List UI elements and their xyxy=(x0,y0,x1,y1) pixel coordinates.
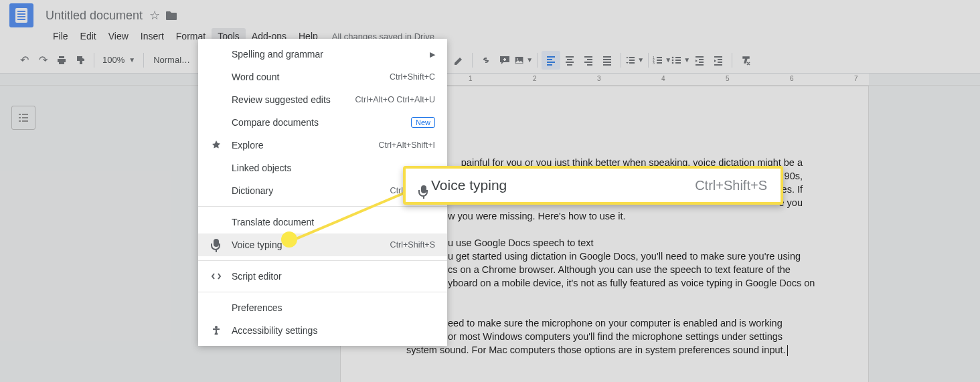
chevron-down-icon: ▼ xyxy=(526,56,533,64)
menu-accessibility-settings[interactable]: Accessibility settings xyxy=(198,319,447,342)
menu-separator xyxy=(198,292,447,292)
document-title[interactable]: Untitled document xyxy=(46,9,143,23)
text-cursor xyxy=(787,345,788,356)
align-left-button[interactable] xyxy=(542,51,560,70)
toolbar: ↶ ↷ 100% ▼ Normal… ▼ xyxy=(0,47,980,74)
menu-spelling-grammar[interactable]: Spelling and grammar ▶ xyxy=(198,43,447,66)
highlight-color-button[interactable] xyxy=(449,51,468,70)
menu-item-label: Compare documents xyxy=(232,117,402,128)
svg-point-7 xyxy=(672,59,674,61)
menu-item-label: Translate document xyxy=(232,217,435,227)
ruler-mark: 4 xyxy=(661,75,665,82)
menu-script-editor[interactable]: Script editor xyxy=(198,265,447,288)
script-editor-icon xyxy=(210,271,222,282)
ruler-mark: 7 xyxy=(854,75,858,82)
style-value: Normal… xyxy=(153,55,190,65)
callout-shortcut: Ctrl+Shift+S xyxy=(695,178,767,193)
menu-bar: File Edit View Insert Format Tools Add-o… xyxy=(0,25,980,47)
menu-item-label: Review suggested edits xyxy=(232,94,346,105)
bulleted-list-button[interactable]: ▼ xyxy=(671,51,690,70)
menu-edit[interactable]: Edit xyxy=(74,28,102,44)
add-comment-button[interactable] xyxy=(495,51,514,70)
star-icon[interactable]: ☆ xyxy=(149,8,160,23)
print-button[interactable] xyxy=(52,51,71,70)
menu-review-suggested-edits[interactable]: Review suggested edits Ctrl+Alt+O Ctrl+A… xyxy=(198,88,447,111)
title-bar: Untitled document ☆ xyxy=(0,0,980,25)
ruler-mark: 1 xyxy=(469,75,473,82)
chevron-right-icon: ▶ xyxy=(430,50,435,59)
svg-point-9 xyxy=(215,326,218,328)
increase-indent-button[interactable] xyxy=(709,51,728,70)
menu-preferences[interactable]: Preferences xyxy=(198,296,447,319)
clear-formatting-button[interactable] xyxy=(736,51,755,70)
toolbar-separator xyxy=(143,53,144,68)
menu-item-shortcut: Ctrl+Shift+S xyxy=(390,240,435,250)
ruler-mark: 5 xyxy=(726,75,730,82)
ruler-mark: 6 xyxy=(790,75,794,82)
microphone-icon xyxy=(210,239,222,251)
chevron-down-icon: ▼ xyxy=(683,56,690,64)
docs-logo-icon[interactable] xyxy=(9,3,33,27)
toolbar-separator xyxy=(621,53,621,68)
line-spacing-button[interactable]: ▼ xyxy=(625,51,644,70)
move-folder-icon[interactable] xyxy=(165,10,177,21)
new-badge: New xyxy=(411,117,435,128)
menu-item-label: Script editor xyxy=(232,271,435,282)
menu-item-label: Voice typing xyxy=(232,240,381,250)
chevron-down-icon: ▼ xyxy=(129,56,135,64)
align-right-button[interactable] xyxy=(579,51,598,70)
menu-item-label: Spelling and grammar xyxy=(232,49,420,60)
toolbar-separator xyxy=(472,53,473,68)
paint-format-button[interactable] xyxy=(71,51,90,70)
menu-translate-document[interactable]: Translate document xyxy=(198,211,447,233)
menu-separator xyxy=(198,260,447,261)
menu-item-label: Accessibility settings xyxy=(232,325,435,336)
menu-item-label: Dictionary xyxy=(232,185,381,196)
menu-explore[interactable]: Explore Ctrl+Alt+Shift+I xyxy=(198,134,447,157)
body-text: or most Windows computers you'll find th… xyxy=(448,331,783,342)
menu-item-shortcut: Ctrl+Alt+O Ctrl+Alt+U xyxy=(355,95,435,104)
menu-file[interactable]: File xyxy=(47,28,74,44)
body-text: eed to make sure the microphone on your … xyxy=(448,318,783,328)
menu-item-shortcut: Ctrl+Alt+Shift+I xyxy=(379,140,435,150)
menu-word-count[interactable]: Word count Ctrl+Shift+C xyxy=(198,66,447,88)
menu-voice-typing[interactable]: Voice typing Ctrl+Shift+S xyxy=(198,233,447,256)
align-center-button[interactable] xyxy=(560,51,579,70)
accessibility-icon xyxy=(210,325,222,336)
numbered-list-button[interactable]: 123 ▼ xyxy=(653,51,671,70)
menu-item-shortcut: Ctrl+Shift+C xyxy=(390,72,435,82)
menu-item-label: Word count xyxy=(232,72,380,82)
callout-label: Voice typing xyxy=(431,177,695,193)
align-justify-button[interactable] xyxy=(598,51,617,70)
document-outline-icon[interactable] xyxy=(11,106,35,130)
insert-link-button[interactable] xyxy=(477,51,495,70)
body-text: w you were missing. Here's how to use it… xyxy=(448,211,625,221)
body-text: yboard on a mobile device, it's not as f… xyxy=(448,278,815,288)
svg-point-6 xyxy=(672,56,674,58)
undo-button[interactable]: ↶ xyxy=(15,51,33,70)
menu-insert[interactable]: Insert xyxy=(135,28,170,44)
decrease-indent-button[interactable] xyxy=(690,51,709,70)
toolbar-separator xyxy=(648,53,649,68)
explore-icon xyxy=(210,140,222,151)
chevron-down-icon: ▼ xyxy=(665,56,671,64)
callout-dot xyxy=(281,231,297,248)
redo-button[interactable]: ↷ xyxy=(33,51,52,70)
chevron-down-icon: ▼ xyxy=(637,56,644,64)
body-text: u use Google Docs speech to text xyxy=(448,237,594,248)
insert-image-button[interactable]: ▼ xyxy=(514,51,533,70)
toolbar-separator xyxy=(537,53,538,68)
outline-column xyxy=(0,86,47,382)
zoom-value: 100% xyxy=(102,55,125,65)
ruler-mark: 3 xyxy=(597,75,601,82)
menu-compare-documents[interactable]: Compare documents New xyxy=(198,111,447,134)
menu-view[interactable]: View xyxy=(102,28,135,44)
svg-point-8 xyxy=(672,62,674,64)
zoom-select[interactable]: 100% ▼ xyxy=(98,55,139,65)
menu-item-label: Preferences xyxy=(232,302,435,313)
toolbar-separator xyxy=(94,53,94,68)
menu-separator xyxy=(198,206,447,207)
ruler-mark: 2 xyxy=(533,75,537,82)
body-text: cs on a Chrome browser. Although you can… xyxy=(448,264,791,275)
horizontal-ruler[interactable]: 1 2 3 4 5 6 7 xyxy=(0,74,980,86)
